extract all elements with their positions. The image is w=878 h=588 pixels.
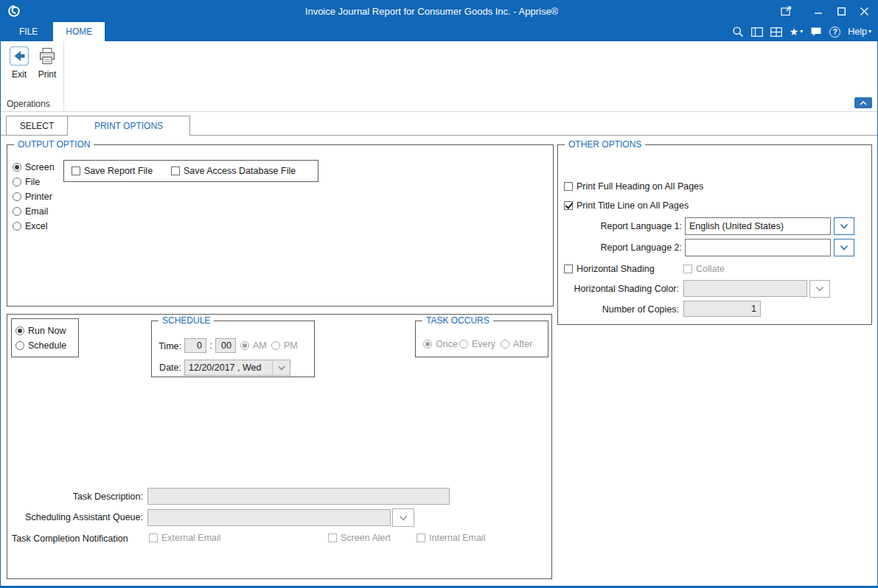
menubar: FILE HOME ★▾ ? Help▾ — [1, 22, 877, 41]
report-language-1-dropdown[interactable] — [834, 217, 854, 235]
app-window: Invoice Journal Report for Consumer Good… — [0, 0, 878, 588]
other-options-legend: OTHER OPTIONS — [565, 139, 645, 150]
email-radio-indicator[interactable] — [13, 207, 21, 216]
run-mode-box: Run Now Schedule — [11, 318, 79, 357]
screen-radio-indicator[interactable] — [13, 163, 21, 172]
file-radio-indicator[interactable] — [13, 178, 21, 186]
radio-pm: PM — [271, 340, 298, 351]
feedback-chat-icon[interactable] — [810, 27, 822, 37]
horizontal-shading-indicator[interactable] — [564, 265, 573, 273]
print-options-panel: OUTPUT OPTION Screen File Printer Email … — [1, 135, 877, 586]
once-radio-indicator — [423, 340, 432, 349]
print-title-line-checkbox[interactable]: Print Title Line on All Pages — [564, 200, 689, 211]
hour-field: 0 — [184, 338, 206, 353]
internal-email-checkbox: Internal Email — [417, 532, 485, 544]
exit-icon — [9, 46, 29, 69]
save-report-file-indicator[interactable] — [72, 167, 80, 175]
maximize-button[interactable] — [830, 0, 853, 22]
printer-radio-indicator[interactable] — [13, 192, 21, 201]
schedule-radio-indicator[interactable] — [15, 341, 24, 350]
schedule-section-box: Run Now Schedule SCHEDULE Time: 0 : 00 — [7, 314, 552, 579]
tab-select[interactable]: SELECT — [6, 116, 68, 135]
report-language-2-label: Report Language 2: — [558, 242, 682, 253]
window-panes-icon[interactable] — [751, 27, 763, 37]
print-button[interactable]: Print — [33, 46, 61, 80]
collate-indicator — [683, 265, 692, 273]
home-menu-tab[interactable]: HOME — [53, 22, 105, 41]
scheduling-queue-label: Scheduling Assistant Queue: — [15, 512, 143, 522]
number-of-copies-field[interactable]: 1 — [683, 301, 761, 317]
report-language-2-dropdown[interactable] — [834, 239, 854, 256]
internal-email-indicator — [417, 533, 425, 542]
print-full-heading-indicator[interactable] — [564, 182, 573, 191]
print-label: Print — [38, 69, 57, 80]
radio-am: AM — [240, 340, 267, 351]
radio-run-now[interactable]: Run Now — [15, 325, 66, 337]
horizontal-shading-checkbox[interactable]: Horizontal Shading — [564, 263, 655, 275]
radio-file[interactable]: File — [13, 176, 40, 188]
print-full-heading-checkbox[interactable]: Print Full Heading on All Pages — [564, 181, 703, 192]
help-menu[interactable]: Help▾ — [848, 27, 871, 37]
radio-after: After — [501, 338, 532, 350]
scheduling-queue-field — [147, 509, 391, 526]
radio-email[interactable]: Email — [13, 206, 48, 217]
other-options-group: OTHER OPTIONS Print Full Heading on All … — [557, 144, 872, 325]
help-dropdown-caret: ▾ — [868, 29, 871, 35]
radio-printer[interactable]: Printer — [13, 191, 52, 203]
task-occurs-legend: TASK OCCURS — [422, 315, 493, 326]
external-email-checkbox: External Email — [149, 532, 221, 544]
favorites-star-icon[interactable]: ★▾ — [790, 27, 804, 37]
output-option-legend: OUTPUT OPTION — [14, 139, 94, 150]
excel-radio-indicator[interactable] — [13, 222, 21, 231]
popout-window-icon[interactable] — [774, 0, 797, 22]
report-language-1-field[interactable]: English (United States) — [685, 217, 831, 235]
print-icon — [37, 46, 58, 69]
save-file-box: Save Report File Save Access Database Fi… — [63, 160, 318, 182]
tab-print-options[interactable]: PRINT OPTIONS — [67, 116, 190, 136]
radio-excel[interactable]: Excel — [13, 220, 48, 232]
radio-every: Every — [459, 338, 495, 350]
date-label: Date: — [156, 363, 181, 373]
print-title-line-indicator[interactable] — [564, 201, 573, 210]
date-combobox: 12/20/2017 , Wed — [184, 360, 290, 376]
number-of-copies-label: Number of Copies: — [558, 304, 679, 315]
search-icon[interactable] — [732, 26, 744, 38]
run-now-radio-indicator[interactable] — [15, 326, 24, 335]
report-language-2-field[interactable] — [685, 239, 831, 256]
external-email-indicator — [149, 533, 158, 542]
collate-checkbox: Collate — [683, 263, 725, 275]
report-language-1-label: Report Language 1: — [558, 221, 682, 231]
collapse-ribbon-button[interactable] — [854, 97, 872, 108]
titlebar: Invoice Journal Report for Consumer Good… — [1, 0, 877, 22]
ribbon: Exit Print Operations — [1, 41, 877, 112]
date-dropdown-icon — [272, 360, 290, 375]
window-title: Invoice Journal Report for Consumer Good… — [89, 0, 774, 22]
titlebar-controls — [774, 0, 876, 22]
save-access-db-checkbox[interactable]: Save Access Database File — [171, 165, 296, 177]
file-menu-tab[interactable]: FILE — [7, 22, 50, 41]
split-window-icon[interactable] — [770, 27, 782, 37]
page-tabstrip: SELECT PRINT OPTIONS — [6, 116, 190, 136]
close-button[interactable] — [853, 0, 876, 22]
task-description-label: Task Description: — [22, 491, 143, 502]
minimize-button[interactable] — [807, 0, 830, 22]
ribbon-group-operations: Operations — [7, 99, 50, 109]
exit-button[interactable]: Exit — [5, 46, 33, 80]
radio-screen[interactable]: Screen — [13, 161, 55, 173]
scheduling-queue-dropdown — [392, 508, 414, 527]
time-label: Time: — [156, 341, 181, 351]
help-icon[interactable]: ? — [829, 27, 840, 38]
save-report-file-checkbox[interactable]: Save Report File — [72, 165, 153, 177]
screen-alert-indicator — [328, 533, 337, 542]
ribbon-separator — [63, 41, 64, 111]
radio-schedule[interactable]: Schedule — [15, 340, 66, 351]
task-completion-notification-label: Task Completion Notification — [12, 533, 143, 544]
minute-field: 00 — [215, 338, 236, 353]
task-description-field — [147, 488, 450, 505]
output-option-group: OUTPUT OPTION Screen File Printer Email … — [7, 144, 554, 307]
star-dropdown-caret: ▾ — [800, 29, 803, 35]
horizontal-shading-color-dropdown — [809, 280, 830, 298]
menubar-icons: ★▾ ? Help▾ — [732, 22, 871, 41]
save-access-db-indicator[interactable] — [171, 167, 180, 175]
every-radio-indicator — [459, 340, 468, 349]
